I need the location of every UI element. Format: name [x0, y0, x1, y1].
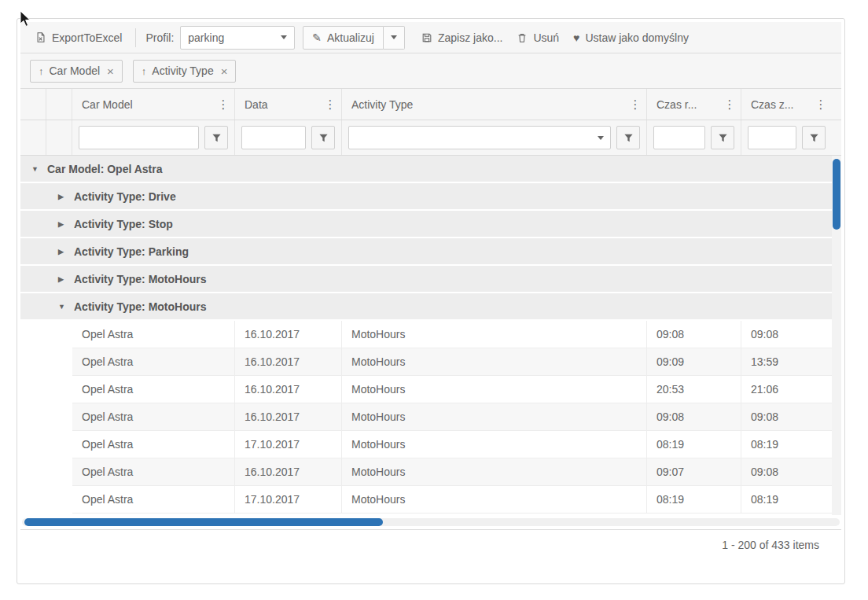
cell-car-model: Opel Astra	[72, 431, 235, 458]
group-row-activity-motohours-expanded[interactable]: ▼ Activity Type: MotoHours	[20, 293, 832, 321]
filter-button-data[interactable]	[311, 126, 335, 149]
cell-data: 16.10.2017	[235, 321, 342, 348]
filter-cell-activity-type	[342, 120, 647, 155]
table-row[interactable]: Opel Astra 17.10.2017 MotoHours 08:19 08…	[72, 486, 832, 513]
filter-input-activity-type[interactable]	[348, 126, 611, 149]
group-chip-car-model[interactable]: ↑ Car Model ×	[30, 60, 123, 83]
table-row[interactable]: Opel Astra 16.10.2017 MotoHours 09:09 13…	[72, 348, 832, 376]
grouping-panel: ↑ Car Model × ↑ Activity Type ×	[20, 53, 841, 89]
expand-arrow-icon[interactable]: ▶	[58, 275, 74, 283]
expand-arrow-icon[interactable]: ▶	[58, 193, 74, 201]
cell-czas-z: 21:06	[741, 376, 832, 403]
filter-input-car-model[interactable]	[79, 126, 199, 149]
column-header-data[interactable]: Data ⋮	[235, 89, 342, 120]
chevron-down-icon[interactable]	[598, 136, 604, 140]
column-header-czas-r[interactable]: Czas r... ⋮	[647, 89, 741, 120]
group-row-label: Activity Type: Drive	[74, 190, 176, 203]
horizontal-scrollbar-thumb[interactable]	[24, 518, 383, 526]
filter-button-czas-z[interactable]	[802, 126, 826, 149]
filter-combobox-activity-type	[348, 126, 611, 149]
sort-ascending-icon: ↑	[39, 65, 44, 77]
cell-car-model: Opel Astra	[72, 486, 235, 513]
heart-icon: ♥	[573, 32, 579, 43]
cell-data: 16.10.2017	[235, 376, 342, 403]
expand-arrow-icon[interactable]: ▶	[58, 248, 74, 256]
profil-dropdown-value: parking	[188, 31, 281, 44]
group-row-activity-parking[interactable]: ▶ Activity Type: Parking	[20, 238, 832, 266]
pencil-icon: ✎	[312, 32, 322, 43]
filter-button-activity-type[interactable]	[616, 126, 640, 149]
column-menu-icon[interactable]: ⋮	[813, 95, 829, 114]
data-grid: ExportToExcel Profil: parking ✎ Aktualiz…	[17, 18, 845, 584]
aktualizuj-label: Aktualizuj	[327, 31, 374, 44]
group-indent-cell	[46, 120, 72, 155]
cell-czas-z: 08:19	[741, 486, 832, 513]
table-row[interactable]: Opel Astra 16.10.2017 MotoHours 09:08 09…	[72, 321, 832, 348]
vertical-scrollbar[interactable]	[832, 156, 841, 515]
table-row[interactable]: Opel Astra 16.10.2017 MotoHours 09:08 09…	[72, 403, 832, 431]
group-row-label: Activity Type: Parking	[74, 245, 189, 258]
close-icon[interactable]: ×	[107, 64, 114, 78]
profil-dropdown[interactable]: parking	[180, 26, 295, 50]
zapisz-jako-button[interactable]: Zapisz jako...	[414, 28, 509, 48]
excel-file-icon	[35, 31, 46, 43]
filter-input-czas-z[interactable]	[748, 126, 796, 149]
group-chip-activity-type[interactable]: ↑ Activity Type ×	[133, 60, 237, 83]
rows-area: ▼ Car Model: Opel Astra ▶ Activity Type:…	[20, 156, 832, 513]
column-title: Activity Type	[351, 98, 413, 111]
group-row-label: Car Model: Opel Astra	[47, 163, 163, 175]
column-menu-icon[interactable]: ⋮	[322, 95, 338, 114]
filter-input-data[interactable]	[241, 126, 306, 149]
cell-czas-r: 09:08	[647, 403, 741, 430]
aktualizuj-button[interactable]: ✎ Aktualizuj	[303, 26, 384, 50]
cell-data: 17.10.2017	[235, 486, 342, 513]
ustaw-jako-domyslny-button[interactable]: ♥ Ustaw jako domyślny	[566, 28, 696, 48]
filter-cell-car-model	[72, 120, 235, 155]
toolbar-separator	[135, 28, 136, 47]
export-to-excel-button[interactable]: ExportToExcel	[28, 28, 129, 48]
cell-czas-z: 09:08	[741, 321, 832, 348]
group-row-activity-stop[interactable]: ▶ Activity Type: Stop	[20, 211, 832, 238]
usun-button[interactable]: Usuń	[509, 28, 566, 48]
profil-label: Profil:	[145, 31, 174, 44]
table-row[interactable]: Opel Astra 16.10.2017 MotoHours 09:07 09…	[72, 458, 832, 486]
cell-activity-type: MotoHours	[342, 403, 647, 430]
column-title: Czas z...	[751, 98, 793, 111]
column-header-czas-z[interactable]: Czas z... ⋮	[741, 89, 832, 120]
column-menu-icon[interactable]: ⋮	[627, 95, 643, 114]
column-header-car-model[interactable]: Car Model ⋮	[72, 89, 235, 120]
aktualizuj-dropdown-button[interactable]	[384, 26, 405, 50]
group-row-car-model[interactable]: ▼ Car Model: Opel Astra	[20, 156, 832, 183]
filter-input-czas-r[interactable]	[653, 126, 705, 149]
horizontal-scrollbar-area	[20, 515, 841, 529]
expand-arrow-icon[interactable]: ▶	[58, 220, 74, 228]
column-title: Czas r...	[657, 98, 697, 111]
table-row[interactable]: Opel Astra 17.10.2017 MotoHours 08:19 08…	[72, 431, 832, 458]
group-row-activity-motohours-collapsed[interactable]: ▶ Activity Type: MotoHours	[20, 266, 832, 293]
grid-content: ▼ Car Model: Opel Astra ▶ Activity Type:…	[20, 156, 841, 515]
close-icon[interactable]: ×	[221, 64, 228, 78]
cell-activity-type: MotoHours	[342, 486, 647, 513]
group-row-activity-drive[interactable]: ▶ Activity Type: Drive	[20, 183, 832, 211]
column-title: Data	[245, 98, 268, 111]
column-menu-icon[interactable]: ⋮	[215, 95, 231, 114]
usun-label: Usuń	[533, 31, 559, 44]
collapse-arrow-icon[interactable]: ▼	[58, 303, 74, 311]
cell-activity-type: MotoHours	[342, 376, 647, 403]
column-menu-icon[interactable]: ⋮	[722, 95, 737, 114]
grid-header-row: Car Model ⋮ Data ⋮ Activity Type ⋮ Czas …	[20, 89, 841, 120]
zapisz-jako-label: Zapisz jako...	[438, 31, 502, 44]
aktualizuj-split-button: ✎ Aktualizuj	[303, 26, 405, 50]
grid-filter-row	[20, 120, 841, 156]
cell-data: 16.10.2017	[235, 403, 342, 430]
filter-button-car-model[interactable]	[204, 126, 228, 149]
table-row[interactable]: Opel Astra 16.10.2017 MotoHours 20:53 21…	[72, 376, 832, 403]
vertical-scrollbar-thumb[interactable]	[833, 159, 840, 230]
column-title: Car Model	[82, 98, 133, 111]
collapse-arrow-icon[interactable]: ▼	[31, 165, 47, 173]
column-header-activity-type[interactable]: Activity Type ⋮	[342, 89, 647, 120]
cell-activity-type: MotoHours	[342, 458, 647, 485]
filter-funnel-icon	[809, 133, 819, 143]
filter-button-czas-r[interactable]	[711, 126, 734, 149]
horizontal-scrollbar[interactable]	[22, 518, 840, 526]
